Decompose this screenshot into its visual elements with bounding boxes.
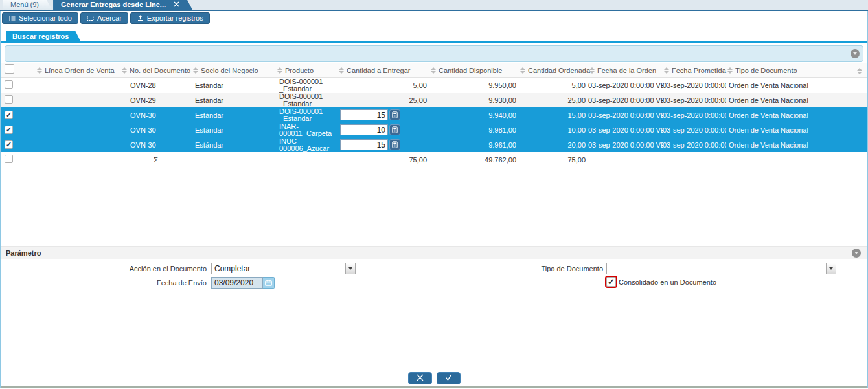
column-header-cantidad-entregar[interactable]: Cantidad a Entregar	[337, 67, 429, 77]
column-header-socio[interactable]: Socio del Negocio	[192, 67, 276, 77]
calculator-button[interactable]	[389, 109, 400, 120]
cancel-button[interactable]	[408, 372, 432, 384]
cell-documento: OVN-28	[120, 82, 192, 89]
table-row-selected[interactable]: ✓ OVN-30 Estándar DOIS-000001_Estandar 9…	[1, 107, 867, 122]
tab-buscar-registros[interactable]: Buscar registros	[6, 31, 80, 41]
column-header-end[interactable]	[849, 68, 867, 77]
sort-icon[interactable]	[431, 67, 436, 74]
chevron-down-icon	[854, 252, 858, 254]
cell-cantidad-disponible-total: 49.762,00	[429, 156, 519, 164]
sort-icon[interactable]	[857, 68, 862, 74]
cell-producto: INUC-000006_Azucar	[276, 137, 337, 152]
calculator-button[interactable]	[389, 124, 400, 135]
row-checkbox[interactable]	[5, 155, 13, 163]
find-tab-underline	[1, 41, 867, 43]
cell-fecha-orden: 03-sep-2020 0:00:00 VET	[588, 82, 663, 89]
window-bottom-border	[1, 386, 867, 388]
process-window-frame: Seleccionar todo Acercar Exportar regist…	[0, 11, 868, 388]
doc-action-combobox[interactable]: Completar	[211, 263, 356, 274]
cancel-x-icon	[416, 373, 424, 383]
cell-producto: DOIS-000001_Estandar	[276, 107, 337, 122]
table-row-selected[interactable]: ✓ OVN-30 Estándar INUC-000006_Azucar 9.9…	[1, 137, 867, 152]
calculator-button[interactable]	[389, 139, 400, 150]
cell-socio: Estándar	[192, 96, 276, 104]
combo-arrow-icon[interactable]	[345, 263, 355, 274]
cell-cantidad-disponible: 9.961,00	[429, 141, 519, 149]
search-input[interactable]	[5, 45, 863, 62]
sort-icon[interactable]	[339, 67, 344, 74]
sort-icon[interactable]	[122, 67, 127, 74]
column-header-fecha-prometida[interactable]: Fecha Prometida	[663, 67, 726, 77]
column-header-cantidad-ordenada[interactable]: Cantidad Ordenada	[519, 67, 588, 77]
column-header-fecha-orden[interactable]: Fecha de la Orden	[588, 67, 663, 77]
quantity-input[interactable]	[340, 109, 388, 120]
export-upload-icon	[137, 14, 144, 21]
cell-fecha-orden: 03-sep-2020 0:00:00 VET	[588, 111, 663, 119]
consolidate-checkbox-checked[interactable]: ✓	[606, 277, 616, 287]
row-checkbox-checked[interactable]: ✓	[5, 126, 13, 134]
column-header-producto[interactable]: Producto	[276, 67, 337, 77]
export-records-button[interactable]: Exportar registros	[130, 12, 210, 24]
zoom-window-icon	[87, 15, 94, 21]
sort-icon[interactable]	[664, 67, 669, 74]
confirm-button[interactable]	[437, 372, 461, 384]
product-line1: INUC-000006_Azucar	[279, 138, 337, 152]
find-tab-label: Buscar registros	[12, 32, 69, 40]
tab-generar-entregas[interactable]: Generar Entregas desde Line...	[53, 0, 192, 10]
cell-documento: OVN-29	[120, 96, 192, 104]
sort-icon[interactable]	[520, 67, 525, 74]
column-header-linea[interactable]: Línea Orden de Venta	[20, 67, 120, 77]
cell-tipo-documento: Orden de Venta Nacional	[726, 96, 849, 104]
combo-arrow-icon[interactable]	[826, 263, 836, 274]
empty-area	[1, 167, 867, 246]
product-line2: _Estandar	[279, 100, 337, 107]
table-row[interactable]: OVN-28 Estándar DOIS-000001_Estandar 5,0…	[1, 78, 867, 93]
row-checkbox-checked[interactable]: ✓	[5, 111, 13, 119]
cell-cantidad-ordenada: 20,00	[519, 141, 588, 149]
parameter-title: Parámetro	[6, 249, 41, 257]
tab-menu[interactable]: Menú (9)	[3, 0, 52, 10]
sort-icon[interactable]	[589, 67, 595, 74]
sort-icon[interactable]	[37, 67, 42, 74]
parameter-collapse-button[interactable]	[852, 249, 861, 258]
cell-tipo-documento: Orden de Venta Nacional	[726, 126, 849, 134]
table-row-selected[interactable]: ✓ OVN-30 Estándar INAR-000011_Carpeta 9.…	[1, 122, 867, 137]
quantity-input[interactable]	[340, 139, 388, 150]
sort-icon[interactable]	[277, 67, 282, 74]
quantity-input[interactable]	[340, 124, 388, 135]
table-sum-row[interactable]: Σ 75,00 49.762,00 75,00	[1, 152, 867, 167]
column-header-tipo-documento[interactable]: Tipo de Documento	[726, 67, 849, 77]
column-header-documento[interactable]: No. del Documento	[120, 67, 192, 77]
footer-buttons	[1, 372, 867, 384]
select-all-button[interactable]: Seleccionar todo	[2, 12, 78, 24]
product-line2: _Estandar	[279, 115, 337, 122]
sort-icon[interactable]	[193, 67, 198, 74]
doc-type-combobox[interactable]	[606, 263, 836, 274]
row-checkbox[interactable]	[5, 95, 13, 104]
close-tab-icon[interactable]	[174, 1, 179, 7]
sort-icon[interactable]	[727, 67, 733, 74]
cell-cantidad-entregar: 5,00	[337, 82, 429, 89]
doc-action-value: Completar	[212, 263, 345, 274]
cell-producto: DOIS-000001_Estandar	[276, 78, 337, 93]
column-header-cantidad-disponible[interactable]: Cantidad Disponible	[429, 67, 519, 77]
parameter-row: Acción en el Documento Completar Tipo de…	[1, 261, 867, 276]
table-row[interactable]: OVN-29 Estándar DOIS-000001_Estandar 25,…	[1, 93, 867, 107]
row-checkbox[interactable]	[5, 80, 13, 89]
search-collapse-button[interactable]	[851, 49, 860, 58]
row-checkbox-checked[interactable]: ✓	[5, 140, 13, 149]
parameter-panel-header: Parámetro	[1, 246, 867, 259]
select-all-rows-checkbox[interactable]	[5, 64, 14, 74]
list-icon	[8, 15, 16, 21]
ship-date-input[interactable]	[211, 277, 263, 289]
product-line1: INAR-000011_Carpeta	[279, 123, 337, 137]
cell-fecha-orden: 03-sep-2020 0:00:00 VET	[588, 141, 663, 149]
cell-producto: INAR-000011_Carpeta	[276, 122, 337, 137]
column-label: Fecha de la Orden	[597, 67, 656, 74]
zoom-button[interactable]: Acercar	[80, 12, 128, 24]
cell-producto: DOIS-000001_Estandar	[276, 93, 337, 107]
calendar-button[interactable]	[263, 277, 275, 289]
cell-cantidad-ordenada: 10,00	[519, 126, 588, 134]
cell-cantidad-disponible: 9.940,00	[429, 111, 519, 119]
confirm-check-icon	[444, 373, 453, 383]
